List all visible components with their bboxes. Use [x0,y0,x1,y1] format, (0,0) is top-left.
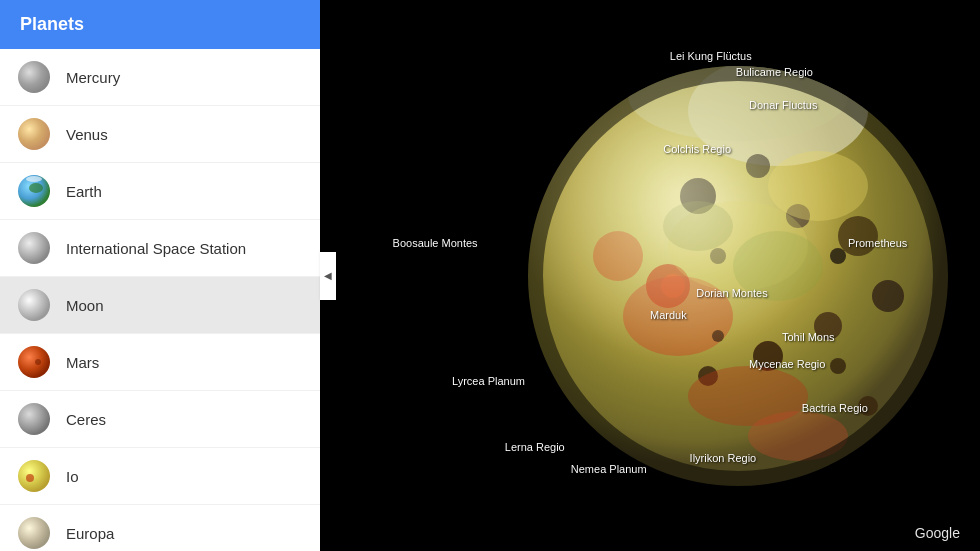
planet-name-earth: Earth [66,183,102,200]
planet-avatar-europa [16,515,52,551]
planet-name-europa: Europa [66,525,114,542]
planet-name-venus: Venus [66,126,108,143]
sidebar: Planets MercuryVenusEarthInternational S… [0,0,320,551]
sidebar-item-mars[interactable]: Mars [0,334,320,391]
planet-avatar-io [16,458,52,494]
planet-name-io: Io [66,468,79,485]
planet-name-moon: Moon [66,297,104,314]
collapse-sidebar-button[interactable]: ◀ [320,252,336,300]
sidebar-item-io[interactable]: Io [0,448,320,505]
svg-point-0 [18,61,50,93]
svg-point-1 [18,118,50,150]
planet-avatar-mars [16,344,52,380]
sidebar-item-earth[interactable]: Earth [0,163,320,220]
sidebar-item-mercury[interactable]: Mercury [0,49,320,106]
planet-avatar-moon [16,287,52,323]
svg-point-11 [26,474,34,482]
planet-avatar-iss [16,230,52,266]
sidebar-header: Planets [0,0,320,49]
svg-point-10 [18,460,50,492]
planet-name-ceres: Ceres [66,411,106,428]
map-label-boosaule: Boosaule Montes [393,237,478,249]
svg-point-5 [18,232,50,264]
sidebar-item-europa[interactable]: Europa [0,505,320,551]
planet-avatar-venus [16,116,52,152]
sidebar-item-venus[interactable]: Venus [0,106,320,163]
svg-point-6 [18,289,50,321]
planet-display [518,56,958,496]
sidebar-item-iss[interactable]: International Space Station [0,220,320,277]
sidebar-title: Planets [20,14,84,34]
svg-point-3 [29,183,43,193]
planet-avatar-ceres [16,401,52,437]
map-label-lyrcea: Lyrcea Planum [452,375,525,387]
planet-name-iss: International Space Station [66,240,246,257]
svg-point-8 [35,359,41,365]
planet-name-mercury: Mercury [66,69,120,86]
svg-point-4 [26,176,42,182]
planet-avatar-mercury [16,59,52,95]
sidebar-item-ceres[interactable]: Ceres [0,391,320,448]
google-logo: Google [915,525,960,541]
planet-list: MercuryVenusEarthInternational Space Sta… [0,49,320,551]
sidebar-item-moon[interactable]: Moon [0,277,320,334]
svg-point-7 [18,346,50,378]
planet-name-mars: Mars [66,354,99,371]
svg-point-12 [18,517,50,549]
map-area[interactable]: Lei Kung FlüctusBulicame RegioDonar Fluc… [320,0,980,551]
svg-point-9 [18,403,50,435]
planet-avatar-earth [16,173,52,209]
